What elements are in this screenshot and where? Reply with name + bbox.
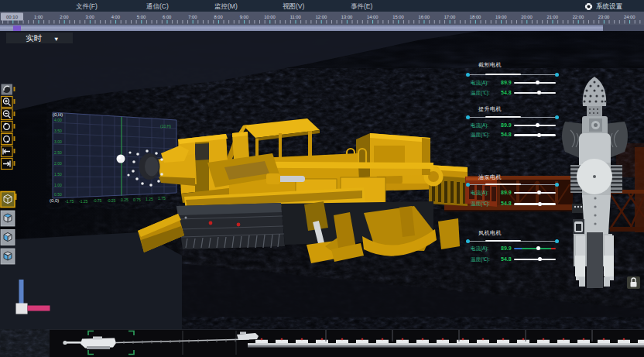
svg-text:(10,H): (10,H): [160, 124, 171, 129]
svg-text:18:00: 18:00: [470, 15, 481, 19]
svg-text:12:00: 12:00: [316, 15, 327, 19]
svg-text:-1.25: -1.25: [79, 199, 88, 204]
svg-text:24:00: 24:00: [624, 15, 635, 19]
svg-text:0.75: 0.75: [133, 197, 141, 202]
svg-text:23:00: 23:00: [598, 15, 610, 19]
svg-text:1.50: 1.50: [54, 172, 62, 177]
svg-text:0.50: 0.50: [54, 192, 62, 197]
svg-text:10:00: 10:00: [264, 15, 276, 19]
svg-text:6:00: 6:00: [163, 15, 171, 19]
svg-text:8:00: 8:00: [214, 15, 222, 19]
svg-text:5:00: 5:00: [137, 15, 146, 19]
svg-text:-1.75: -1.75: [65, 199, 74, 204]
svg-text:-0.25: -0.25: [107, 198, 116, 203]
svg-text:21:00: 21:00: [546, 15, 558, 19]
svg-text:(0,H): (0,H): [53, 112, 63, 117]
svg-text:3.00: 3.00: [54, 139, 62, 144]
svg-text:-0.75: -0.75: [93, 198, 102, 203]
svg-text:14:00: 14:00: [367, 15, 379, 19]
svg-text:0.25: 0.25: [121, 197, 128, 202]
svg-text:22:00: 22:00: [573, 15, 584, 19]
svg-text:20:00: 20:00: [521, 15, 533, 19]
svg-text:00:10: 00:10: [6, 15, 19, 19]
svg-text:2.50: 2.50: [54, 150, 62, 155]
svg-text:1.75: 1.75: [158, 196, 166, 201]
svg-text:17:00: 17:00: [444, 15, 456, 19]
svg-text:1.25: 1.25: [146, 197, 153, 201]
svg-text:2.00: 2.00: [54, 161, 62, 166]
svg-text:4.00: 4.00: [54, 118, 62, 122]
svg-text:16:00: 16:00: [418, 15, 430, 19]
svg-text:(0,0): (0,0): [50, 198, 59, 203]
svg-text:19:00: 19:00: [495, 15, 507, 19]
svg-text:9:00: 9:00: [240, 15, 248, 19]
svg-text:11:00: 11:00: [290, 15, 301, 19]
svg-text:1:00: 1:00: [34, 15, 43, 19]
svg-text:1.00: 1.00: [54, 183, 62, 187]
svg-text:7:00: 7:00: [188, 15, 197, 19]
svg-text:2:00: 2:00: [60, 15, 68, 19]
svg-text:3:00: 3:00: [85, 15, 94, 19]
svg-text:3.50: 3.50: [54, 129, 62, 133]
svg-text:15:00: 15:00: [392, 15, 404, 19]
svg-text:4:00: 4:00: [111, 15, 120, 19]
svg-text:13:00: 13:00: [341, 15, 353, 19]
